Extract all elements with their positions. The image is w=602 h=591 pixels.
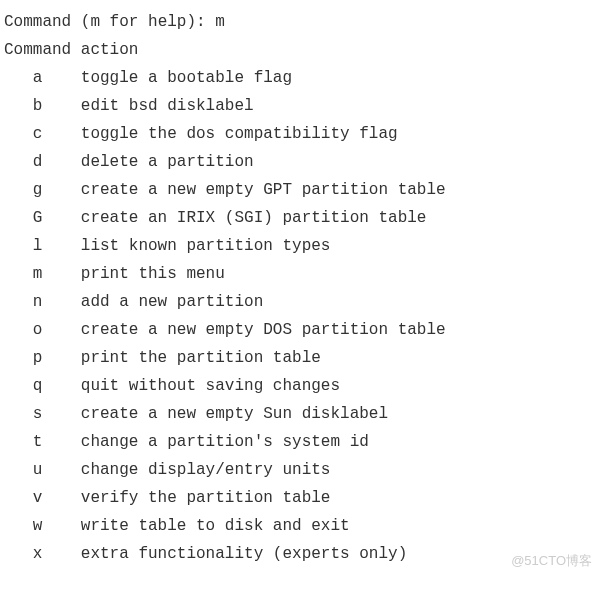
command-key: a <box>33 64 43 92</box>
command-key: c <box>33 120 43 148</box>
gap <box>42 400 80 428</box>
command-row: b edit bsd disklabel <box>4 92 598 120</box>
indent <box>4 540 33 568</box>
indent <box>4 120 33 148</box>
command-description: toggle the dos compatibility flag <box>81 120 398 148</box>
command-row: o create a new empty DOS partition table <box>4 316 598 344</box>
command-key: s <box>33 400 43 428</box>
gap <box>42 428 80 456</box>
command-key: g <box>33 176 43 204</box>
command-key: d <box>33 148 43 176</box>
indent <box>4 456 33 484</box>
gap <box>42 344 80 372</box>
command-key: b <box>33 92 43 120</box>
indent <box>4 260 33 288</box>
indent <box>4 64 33 92</box>
gap <box>42 232 80 260</box>
indent <box>4 204 33 232</box>
gap <box>42 372 80 400</box>
gap <box>42 204 80 232</box>
gap <box>42 456 80 484</box>
gap <box>42 148 80 176</box>
command-key: G <box>33 204 43 232</box>
command-description: quit without saving changes <box>81 372 340 400</box>
indent <box>4 372 33 400</box>
command-row: w write table to disk and exit <box>4 512 598 540</box>
indent <box>4 288 33 316</box>
command-key: n <box>33 288 43 316</box>
command-description: write table to disk and exit <box>81 512 350 540</box>
gap <box>42 120 80 148</box>
command-row: a toggle a bootable flag <box>4 64 598 92</box>
command-list: a toggle a bootable flag b edit bsd disk… <box>4 64 598 568</box>
command-action-header: Command action <box>4 36 598 64</box>
command-row: c toggle the dos compatibility flag <box>4 120 598 148</box>
command-description: print this menu <box>81 260 225 288</box>
command-description: list known partition types <box>81 232 331 260</box>
command-key: v <box>33 484 43 512</box>
command-key: t <box>33 428 43 456</box>
command-row: l list known partition types <box>4 232 598 260</box>
gap <box>42 512 80 540</box>
indent <box>4 512 33 540</box>
command-description: create a new empty GPT partition table <box>81 176 446 204</box>
command-row: G create an IRIX (SGI) partition table <box>4 204 598 232</box>
command-prompt-line: Command (m for help): m <box>4 8 598 36</box>
command-key: p <box>33 344 43 372</box>
command-description: change display/entry units <box>81 456 331 484</box>
indent <box>4 344 33 372</box>
indent <box>4 428 33 456</box>
indent <box>4 400 33 428</box>
command-key: u <box>33 456 43 484</box>
prompt-label: Command (m for help): <box>4 13 215 31</box>
gap <box>42 316 80 344</box>
command-description: delete a partition <box>81 148 254 176</box>
gap <box>42 176 80 204</box>
command-row: q quit without saving changes <box>4 372 598 400</box>
command-key: w <box>33 512 43 540</box>
command-row: p print the partition table <box>4 344 598 372</box>
gap <box>42 92 80 120</box>
gap <box>42 64 80 92</box>
command-description: print the partition table <box>81 344 321 372</box>
gap <box>42 288 80 316</box>
command-key: m <box>33 260 43 288</box>
command-description: toggle a bootable flag <box>81 64 292 92</box>
command-description: verify the partition table <box>81 484 331 512</box>
command-description: extra functionality (experts only) <box>81 540 407 568</box>
command-row: t change a partition's system id <box>4 428 598 456</box>
prompt-input[interactable]: m <box>215 13 225 31</box>
command-row: d delete a partition <box>4 148 598 176</box>
command-row: u change display/entry units <box>4 456 598 484</box>
command-row: s create a new empty Sun disklabel <box>4 400 598 428</box>
command-key: q <box>33 372 43 400</box>
indent <box>4 92 33 120</box>
command-row: v verify the partition table <box>4 484 598 512</box>
command-description: edit bsd disklabel <box>81 92 254 120</box>
indent <box>4 176 33 204</box>
gap <box>42 484 80 512</box>
gap <box>42 540 80 568</box>
command-row: m print this menu <box>4 260 598 288</box>
gap <box>42 260 80 288</box>
command-description: create a new empty DOS partition table <box>81 316 446 344</box>
command-description: add a new partition <box>81 288 263 316</box>
indent <box>4 148 33 176</box>
command-description: create an IRIX (SGI) partition table <box>81 204 427 232</box>
indent <box>4 484 33 512</box>
indent <box>4 232 33 260</box>
command-description: create a new empty Sun disklabel <box>81 400 388 428</box>
command-key: l <box>33 232 43 260</box>
command-row: g create a new empty GPT partition table <box>4 176 598 204</box>
watermark: @51CTO博客 <box>511 550 592 573</box>
command-key: x <box>33 540 43 568</box>
indent <box>4 316 33 344</box>
command-key: o <box>33 316 43 344</box>
command-row: n add a new partition <box>4 288 598 316</box>
command-description: change a partition's system id <box>81 428 369 456</box>
command-row: x extra functionality (experts only) <box>4 540 598 568</box>
